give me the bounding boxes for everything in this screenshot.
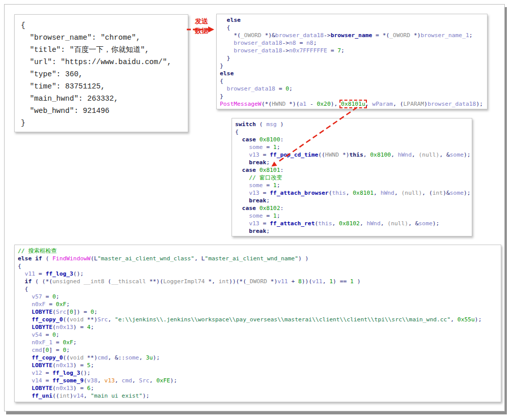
code-line: } bbox=[21, 117, 182, 129]
code-line: case 0x8101: bbox=[235, 166, 469, 174]
code-line: v57 = 0; bbox=[18, 293, 498, 301]
findwindow-code-panel: // 搜索框检查else if ( FindWindowW(L"master_a… bbox=[14, 245, 501, 402]
code-line: } bbox=[220, 93, 484, 100]
code-line: "web_hwnd": 921496 bbox=[21, 105, 182, 117]
code-line: } bbox=[220, 54, 484, 62]
code-line: ff_uni((int)v14, "main ui exist"); bbox=[18, 392, 498, 400]
code-line: v14 = ff_some_9(v38, v13, cmd, Src, 0xFE… bbox=[18, 377, 498, 384]
send-data-label-line2: 数据 bbox=[190, 26, 213, 36]
code-line: some = 1; bbox=[235, 182, 469, 189]
code-line: LOBYTE(n0x13) = 4; bbox=[18, 323, 498, 331]
code-line: if ( (*(unsigned __int8 (__thiscall **)(… bbox=[18, 278, 498, 285]
code-line: { bbox=[220, 77, 484, 85]
code-line: case 0x8102: bbox=[235, 204, 469, 212]
code-line: { bbox=[220, 24, 484, 32]
code-line: // 窗口改变 bbox=[235, 174, 469, 182]
code-line: break; bbox=[235, 227, 469, 235]
code-line: v13 = ff_pop_cd_time((HWND *)this, 0x810… bbox=[235, 151, 469, 159]
code-line: v12 = ff_log_3(); bbox=[18, 369, 498, 377]
switch-code-panel: switch ( msg ){ case 0x8100: some = 1; v… bbox=[232, 118, 472, 236]
code-line: some = 1; bbox=[235, 212, 469, 220]
code-line: n0xF_1 = 0xF; bbox=[18, 339, 498, 346]
browser-json-panel: { "browser_name": "chrome", "title": "百度… bbox=[14, 14, 188, 132]
code-line: } bbox=[220, 62, 484, 70]
code-line: LOBYTE(n0x13) = 6; bbox=[18, 384, 498, 392]
code-line: "main_hwnd": 263332, bbox=[21, 93, 182, 105]
code-line: PostMessageW(*(HWND *)(a1 - 0x20), 0x810… bbox=[220, 100, 484, 108]
code-line: n0xF = 0xF; bbox=[18, 301, 498, 308]
code-line: v54 = 0; bbox=[18, 331, 498, 339]
code-line: { bbox=[18, 262, 498, 270]
code-line: browser_data18->n0x7FFFFFFE = 7; bbox=[220, 47, 484, 54]
code-line: break; bbox=[235, 159, 469, 166]
code-line: { bbox=[235, 128, 469, 136]
code-line: // 搜索框检查 bbox=[18, 247, 498, 255]
code-line: "browser_name": "chrome", bbox=[21, 32, 182, 44]
postmessage-code-panel: else { *(_OWORD *)&browser_data18->brows… bbox=[216, 14, 488, 109]
code-line: break; bbox=[235, 197, 469, 204]
code-line: *(_OWORD *)&browser_data18->browser_name… bbox=[220, 32, 484, 39]
code-line: LOBYTE(Src[0]) = 0; bbox=[18, 308, 498, 316]
code-line: else bbox=[220, 16, 484, 24]
code-line: case 0x8100: bbox=[235, 136, 469, 143]
code-line: { bbox=[21, 19, 182, 32]
code-line: v13 = ff_attach_ret(this, 0x8102, hWnd, … bbox=[235, 220, 469, 227]
code-line: { bbox=[18, 285, 498, 293]
code-line: browser_data18 = 0; bbox=[220, 85, 484, 93]
code-line: ff_copy_0((void **)Src, "e:\\jenkins\\.j… bbox=[18, 316, 498, 323]
code-line: browser_data18->n8 = n8; bbox=[220, 39, 484, 47]
code-line: "title": "百度一下，你就知道", bbox=[21, 44, 182, 56]
send-data-label: 发送 数据 bbox=[190, 16, 213, 36]
code-line: "url": "https://www.baidu.com/", bbox=[21, 56, 182, 68]
send-data-label-line1: 发送 bbox=[190, 16, 213, 26]
code-line: "type": 360, bbox=[21, 68, 182, 80]
code-line: ff_copy_0((void **)cmd, &::some, 3u); bbox=[18, 354, 498, 362]
code-line: else bbox=[220, 70, 484, 77]
code-line: "time": 83751125, bbox=[21, 80, 182, 93]
code-line: cmd[0] = 0; bbox=[18, 346, 498, 354]
code-line: some = 1; bbox=[235, 143, 469, 151]
code-line: v11 = ff_log_3(); bbox=[18, 270, 498, 278]
code-line: LOBYTE(n0x13) = 5; bbox=[18, 362, 498, 369]
code-line: else if ( FindWindowW(L"master_ai_client… bbox=[18, 255, 498, 262]
code-line: switch ( msg ) bbox=[235, 121, 469, 128]
code-line: v13 = ff_attach_browser(this, 0x8101, hW… bbox=[235, 189, 469, 197]
